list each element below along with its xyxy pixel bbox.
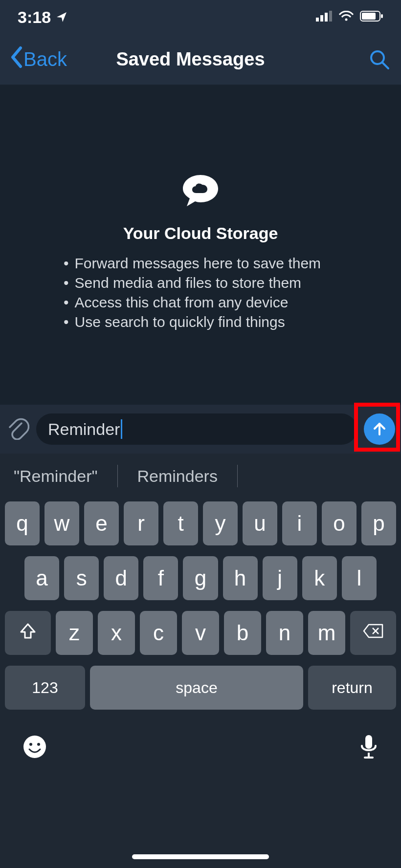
key-j[interactable]: j	[263, 556, 297, 600]
keyboard-suggestions: "Reminder" Reminders	[0, 454, 401, 499]
key-u[interactable]: u	[243, 501, 277, 545]
key-z[interactable]: z	[56, 611, 93, 655]
svg-rect-0	[316, 18, 319, 22]
empty-state-bullet: Access this chat from any device	[64, 293, 337, 312]
key-t[interactable]: t	[163, 501, 198, 545]
shift-icon	[19, 622, 37, 644]
emoji-button[interactable]	[22, 735, 47, 761]
location-arrow-icon	[56, 8, 67, 27]
svg-point-14	[29, 743, 32, 746]
paperclip-icon[interactable]	[6, 416, 29, 442]
status-time-group: 3:18	[18, 8, 67, 27]
key-b[interactable]: b	[224, 611, 261, 655]
key-d[interactable]: d	[104, 556, 138, 600]
svg-rect-2	[325, 13, 328, 22]
key-row-1: q w e r t y u i o p	[5, 501, 396, 545]
status-bar: 3:18	[0, 0, 401, 34]
message-input-value: Reminder	[48, 420, 120, 439]
empty-state-bullet: Send media and files to store them	[64, 273, 337, 293]
key-i[interactable]: i	[282, 501, 317, 545]
message-input[interactable]: Reminder	[36, 413, 357, 445]
key-l[interactable]: l	[342, 556, 377, 600]
svg-rect-7	[381, 14, 383, 18]
svg-rect-1	[320, 15, 323, 22]
message-composer: Reminder	[0, 405, 401, 454]
numbers-key[interactable]: 123	[5, 666, 85, 710]
cloud-bubble-icon	[180, 173, 221, 210]
dictation-button[interactable]	[359, 734, 379, 761]
empty-state-bullet: Use search to quickly find things	[64, 312, 337, 332]
text-caret	[121, 419, 122, 439]
empty-state-heading: Your Cloud Storage	[123, 224, 278, 243]
svg-point-13	[23, 736, 46, 758]
keyboard-bottom-row	[0, 720, 401, 761]
key-y[interactable]: y	[203, 501, 238, 545]
key-h[interactable]: h	[223, 556, 258, 600]
suggestion-item[interactable]: Reminders	[137, 467, 218, 486]
key-v[interactable]: v	[182, 611, 219, 655]
key-a[interactable]: a	[24, 556, 59, 600]
return-key[interactable]: return	[308, 666, 396, 710]
space-key[interactable]: space	[90, 666, 303, 710]
svg-point-15	[37, 743, 40, 746]
keyboard: "Reminder" Reminders q w e r t y u i o p…	[0, 454, 401, 868]
svg-rect-3	[329, 11, 332, 22]
empty-state-bullet: Forward messages here to save them	[64, 254, 337, 273]
svg-rect-6	[362, 13, 376, 20]
key-x[interactable]: x	[98, 611, 135, 655]
cell-signal-icon	[316, 11, 333, 23]
key-q[interactable]: q	[5, 501, 40, 545]
suggestion-separator	[237, 465, 238, 487]
key-k[interactable]: k	[302, 556, 337, 600]
backspace-key[interactable]	[350, 611, 396, 655]
search-button[interactable]	[368, 48, 391, 71]
key-w[interactable]: w	[45, 501, 79, 545]
key-f[interactable]: f	[143, 556, 178, 600]
key-g[interactable]: g	[183, 556, 218, 600]
svg-rect-16	[365, 735, 372, 749]
key-row-2: a s d f g h j k l	[5, 556, 396, 600]
svg-point-4	[345, 19, 348, 21]
battery-icon	[360, 11, 383, 23]
chat-header: Back Saved Messages	[0, 34, 401, 85]
status-time: 3:18	[18, 8, 51, 27]
svg-line-9	[382, 63, 388, 68]
send-button[interactable]	[364, 413, 395, 445]
key-n[interactable]: n	[266, 611, 303, 655]
shift-key[interactable]	[5, 611, 51, 655]
key-e[interactable]: e	[84, 501, 119, 545]
key-r[interactable]: r	[124, 501, 158, 545]
status-icons	[316, 11, 383, 23]
wifi-icon	[338, 11, 354, 23]
empty-state-bullets: Forward messages here to save them Send …	[64, 254, 337, 332]
key-row-3: z x c v b n m	[5, 611, 396, 655]
chat-empty-state: Your Cloud Storage Forward messages here…	[0, 85, 401, 405]
key-c[interactable]: c	[140, 611, 177, 655]
page-title: Saved Messages	[13, 49, 368, 70]
suggestion-item[interactable]: "Reminder"	[14, 467, 98, 486]
key-p[interactable]: p	[361, 501, 396, 545]
arrow-up-icon	[371, 420, 388, 439]
key-row-4: 123 space return	[5, 666, 396, 710]
home-indicator[interactable]	[132, 854, 269, 859]
key-s[interactable]: s	[64, 556, 99, 600]
suggestion-separator	[117, 465, 118, 487]
backspace-icon	[363, 624, 383, 642]
key-o[interactable]: o	[322, 501, 356, 545]
key-m[interactable]: m	[308, 611, 345, 655]
